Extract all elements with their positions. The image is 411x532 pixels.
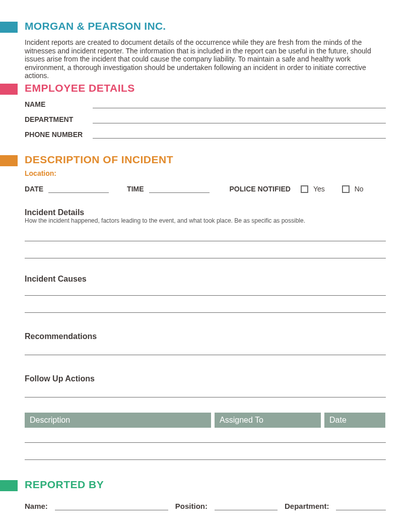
date-label: DATE [25,185,43,193]
incident-causes-line-1[interactable] [25,284,386,296]
company-title: MORGAN & PEARSON INC. [25,20,386,32]
date-time-row: DATE TIME POLICE NOTIFIED Yes No [25,185,386,193]
reported-department-input[interactable] [336,502,386,510]
employee-phone-row: PHONE NUMBER [25,130,386,139]
col-date: Date [324,413,385,428]
reported-heading: REPORTED BY [25,479,386,491]
employee-dept-row: DEPARTMENT [25,115,386,123]
employee-dept-input[interactable] [93,115,386,123]
reported-position-label: Position: [175,502,208,510]
incident-details-line-2[interactable] [25,241,386,258]
police-yes-label: Yes [313,185,325,193]
recommendations-line-1[interactable] [25,341,386,355]
employee-phone-input[interactable] [93,130,386,139]
employee-name-row: NAME [25,100,386,108]
location-label: Location: [25,169,56,177]
accent-reported [0,480,18,491]
employee-name-input[interactable] [93,100,386,108]
incident-details-note: How the incident happened, factors leadi… [25,217,386,224]
table-row[interactable] [25,428,386,443]
reported-position-input[interactable] [215,502,278,510]
time-input[interactable] [149,185,210,193]
col-description: Description [25,413,211,428]
employee-dept-label: DEPARTMENT [25,115,93,123]
accent-incident [0,155,18,166]
employee-name-label: NAME [25,100,93,108]
recommendations-heading: Recommendations [25,332,386,341]
incident-details-heading: Incident Details [25,208,386,217]
time-label: TIME [127,185,144,193]
police-label: POLICE NOTIFIED [230,185,291,193]
followup-line-1[interactable] [25,383,386,397]
date-input[interactable] [48,185,109,193]
intro-paragraph: Incident reports are created to document… [25,38,386,80]
police-no-checkbox[interactable] [342,185,350,193]
table-row[interactable] [25,443,386,460]
accent-company [0,22,18,33]
employee-heading: EMPLOYEE DETAILS [25,82,386,94]
reported-by-row: Name: Position: Department: [25,502,386,510]
accent-employee [0,84,18,95]
followup-heading: Follow Up Actions [25,374,386,383]
incident-causes-heading: Incident Causes [25,275,386,284]
reported-name-input[interactable] [55,502,168,510]
col-assigned: Assigned To [215,413,321,428]
reported-department-label: Department: [285,502,329,510]
incident-heading: DESCRIPTION OF INCIDENT [25,154,386,166]
employee-phone-label: PHONE NUMBER [25,130,93,139]
incident-details-line-1[interactable] [25,224,386,241]
reported-name-label: Name: [25,502,48,510]
police-yes-checkbox[interactable] [301,185,308,193]
police-no-label: No [355,185,364,193]
incident-causes-line-2[interactable] [25,296,386,313]
followup-table: Description Assigned To Date [25,413,386,460]
